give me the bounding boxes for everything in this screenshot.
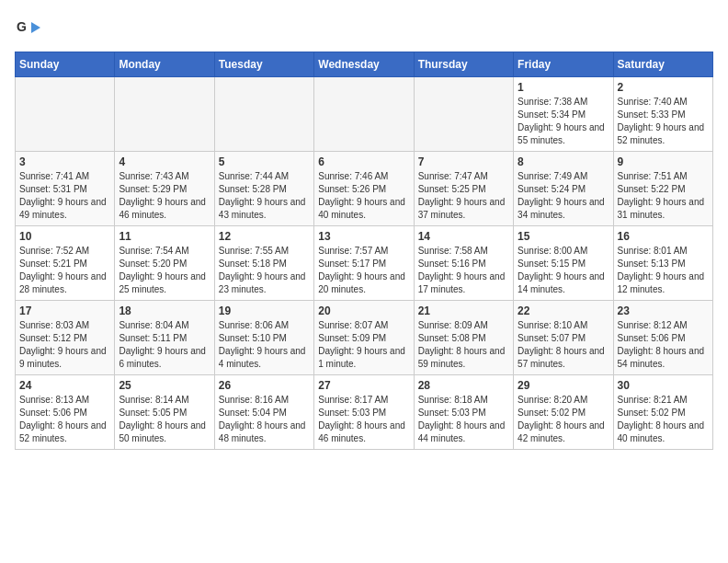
day-info: Sunrise: 8:21 AM Sunset: 5:02 PM Dayligh…: [618, 394, 709, 445]
calendar-cell: 17Sunrise: 8:03 AM Sunset: 5:12 PM Dayli…: [16, 301, 115, 375]
day-info: Sunrise: 8:03 AM Sunset: 5:12 PM Dayligh…: [19, 319, 110, 371]
week-row-3: 10Sunrise: 7:52 AM Sunset: 5:21 PM Dayli…: [16, 226, 713, 301]
day-of-week-row: SundayMondayTuesdayWednesdayThursdayFrid…: [16, 52, 713, 77]
day-number: 30: [618, 379, 709, 392]
calendar-cell: 11Sunrise: 7:54 AM Sunset: 5:20 PM Dayli…: [115, 226, 214, 301]
calendar-cell: 26Sunrise: 8:16 AM Sunset: 5:04 PM Dayli…: [214, 375, 313, 450]
day-number: 13: [318, 230, 409, 243]
day-info: Sunrise: 8:20 AM Sunset: 5:02 PM Dayligh…: [518, 394, 609, 445]
day-number: 19: [219, 304, 310, 317]
day-info: Sunrise: 8:14 AM Sunset: 5:05 PM Dayligh…: [119, 394, 210, 445]
day-info: Sunrise: 8:01 AM Sunset: 5:13 PM Dayligh…: [618, 245, 709, 296]
day-info: Sunrise: 8:10 AM Sunset: 5:07 PM Dayligh…: [518, 319, 609, 371]
day-info: Sunrise: 7:41 AM Sunset: 5:31 PM Dayligh…: [19, 170, 110, 222]
day-number: 12: [219, 230, 310, 243]
day-info: Sunrise: 7:52 AM Sunset: 5:21 PM Dayligh…: [19, 245, 110, 296]
day-info: Sunrise: 7:54 AM Sunset: 5:20 PM Dayligh…: [119, 245, 210, 296]
calendar-cell: 10Sunrise: 7:52 AM Sunset: 5:21 PM Dayli…: [16, 226, 115, 301]
day-info: Sunrise: 7:57 AM Sunset: 5:17 PM Dayligh…: [318, 245, 409, 296]
calendar-cell: 8Sunrise: 7:49 AM Sunset: 5:24 PM Daylig…: [514, 152, 613, 226]
day-number: 18: [119, 304, 210, 317]
week-row-5: 24Sunrise: 8:13 AM Sunset: 5:06 PM Dayli…: [16, 375, 713, 450]
day-number: 11: [119, 230, 210, 243]
calendar-cell: 6Sunrise: 7:46 AM Sunset: 5:26 PM Daylig…: [314, 152, 414, 226]
day-number: 9: [618, 155, 709, 168]
day-info: Sunrise: 8:12 AM Sunset: 5:06 PM Dayligh…: [618, 319, 709, 371]
calendar-cell: 29Sunrise: 8:20 AM Sunset: 5:02 PM Dayli…: [514, 375, 613, 450]
day-number: 7: [418, 155, 509, 168]
logo-icon: G: [15, 15, 42, 42]
calendar-cell: 5Sunrise: 7:44 AM Sunset: 5:28 PM Daylig…: [214, 152, 313, 226]
day-of-week-monday: Monday: [115, 52, 214, 77]
calendar-cell: 20Sunrise: 8:07 AM Sunset: 5:09 PM Dayli…: [314, 301, 414, 375]
calendar-cell: 1Sunrise: 7:38 AM Sunset: 5:34 PM Daylig…: [514, 77, 613, 152]
calendar-cell: [115, 77, 214, 152]
svg-text:G: G: [17, 19, 27, 34]
calendar-cell: 18Sunrise: 8:04 AM Sunset: 5:11 PM Dayli…: [115, 301, 214, 375]
calendar-cell: 19Sunrise: 8:06 AM Sunset: 5:10 PM Dayli…: [214, 301, 313, 375]
day-number: 22: [518, 304, 609, 317]
day-number: 26: [219, 379, 310, 392]
day-of-week-friday: Friday: [514, 52, 613, 77]
day-info: Sunrise: 8:06 AM Sunset: 5:10 PM Dayligh…: [219, 319, 310, 371]
day-number: 8: [518, 155, 609, 168]
calendar-cell: 15Sunrise: 8:00 AM Sunset: 5:15 PM Dayli…: [514, 226, 613, 301]
svg-marker-1: [31, 22, 40, 33]
day-info: Sunrise: 7:55 AM Sunset: 5:18 PM Dayligh…: [219, 245, 310, 296]
logo: G: [15, 15, 46, 42]
day-number: 15: [518, 230, 609, 243]
calendar-cell: [214, 77, 313, 152]
calendar-cell: [314, 77, 414, 152]
calendar-cell: 13Sunrise: 7:57 AM Sunset: 5:17 PM Dayli…: [314, 226, 414, 301]
day-info: Sunrise: 8:16 AM Sunset: 5:04 PM Dayligh…: [219, 394, 310, 445]
day-number: 1: [518, 81, 609, 94]
week-row-1: 1Sunrise: 7:38 AM Sunset: 5:34 PM Daylig…: [16, 77, 713, 152]
day-number: 6: [318, 155, 409, 168]
day-number: 17: [19, 304, 110, 317]
day-info: Sunrise: 7:58 AM Sunset: 5:16 PM Dayligh…: [418, 245, 509, 296]
day-info: Sunrise: 7:38 AM Sunset: 5:34 PM Dayligh…: [518, 96, 609, 147]
calendar-cell: 25Sunrise: 8:14 AM Sunset: 5:05 PM Dayli…: [115, 375, 214, 450]
calendar-cell: 21Sunrise: 8:09 AM Sunset: 5:08 PM Dayli…: [414, 301, 513, 375]
calendar-cell: 3Sunrise: 7:41 AM Sunset: 5:31 PM Daylig…: [16, 152, 115, 226]
day-info: Sunrise: 7:43 AM Sunset: 5:29 PM Dayligh…: [119, 170, 210, 222]
day-of-week-tuesday: Tuesday: [214, 52, 313, 77]
calendar-cell: 16Sunrise: 8:01 AM Sunset: 5:13 PM Dayli…: [613, 226, 712, 301]
calendar: SundayMondayTuesdayWednesdayThursdayFrid…: [15, 52, 713, 450]
day-number: 27: [318, 379, 409, 392]
calendar-cell: [16, 77, 115, 152]
day-number: 4: [119, 155, 210, 168]
day-number: 28: [418, 379, 509, 392]
day-of-week-sunday: Sunday: [16, 52, 115, 77]
calendar-cell: 4Sunrise: 7:43 AM Sunset: 5:29 PM Daylig…: [115, 152, 214, 226]
day-info: Sunrise: 7:49 AM Sunset: 5:24 PM Dayligh…: [518, 170, 609, 222]
day-info: Sunrise: 7:51 AM Sunset: 5:22 PM Dayligh…: [618, 170, 709, 222]
day-info: Sunrise: 7:40 AM Sunset: 5:33 PM Dayligh…: [618, 96, 709, 147]
calendar-cell: 23Sunrise: 8:12 AM Sunset: 5:06 PM Dayli…: [613, 301, 712, 375]
day-of-week-saturday: Saturday: [613, 52, 712, 77]
day-number: 24: [19, 379, 110, 392]
day-number: 21: [418, 304, 509, 317]
day-of-week-thursday: Thursday: [414, 52, 513, 77]
day-number: 2: [618, 81, 709, 94]
day-number: 29: [518, 379, 609, 392]
calendar-cell: 30Sunrise: 8:21 AM Sunset: 5:02 PM Dayli…: [613, 375, 712, 450]
calendar-cell: 7Sunrise: 7:47 AM Sunset: 5:25 PM Daylig…: [414, 152, 513, 226]
day-number: 23: [618, 304, 709, 317]
day-number: 16: [618, 230, 709, 243]
calendar-cell: 14Sunrise: 7:58 AM Sunset: 5:16 PM Dayli…: [414, 226, 513, 301]
calendar-cell: 22Sunrise: 8:10 AM Sunset: 5:07 PM Dayli…: [514, 301, 613, 375]
calendar-cell: [414, 77, 513, 152]
calendar-cell: 2Sunrise: 7:40 AM Sunset: 5:33 PM Daylig…: [613, 77, 712, 152]
calendar-cell: 24Sunrise: 8:13 AM Sunset: 5:06 PM Dayli…: [16, 375, 115, 450]
day-info: Sunrise: 7:47 AM Sunset: 5:25 PM Dayligh…: [418, 170, 509, 222]
day-info: Sunrise: 8:07 AM Sunset: 5:09 PM Dayligh…: [318, 319, 409, 371]
day-info: Sunrise: 7:46 AM Sunset: 5:26 PM Dayligh…: [318, 170, 409, 222]
calendar-cell: 28Sunrise: 8:18 AM Sunset: 5:03 PM Dayli…: [414, 375, 513, 450]
calendar-cell: 12Sunrise: 7:55 AM Sunset: 5:18 PM Dayli…: [214, 226, 313, 301]
day-number: 3: [19, 155, 110, 168]
day-number: 14: [418, 230, 509, 243]
day-info: Sunrise: 8:00 AM Sunset: 5:15 PM Dayligh…: [518, 245, 609, 296]
day-info: Sunrise: 7:44 AM Sunset: 5:28 PM Dayligh…: [219, 170, 310, 222]
day-number: 10: [19, 230, 110, 243]
